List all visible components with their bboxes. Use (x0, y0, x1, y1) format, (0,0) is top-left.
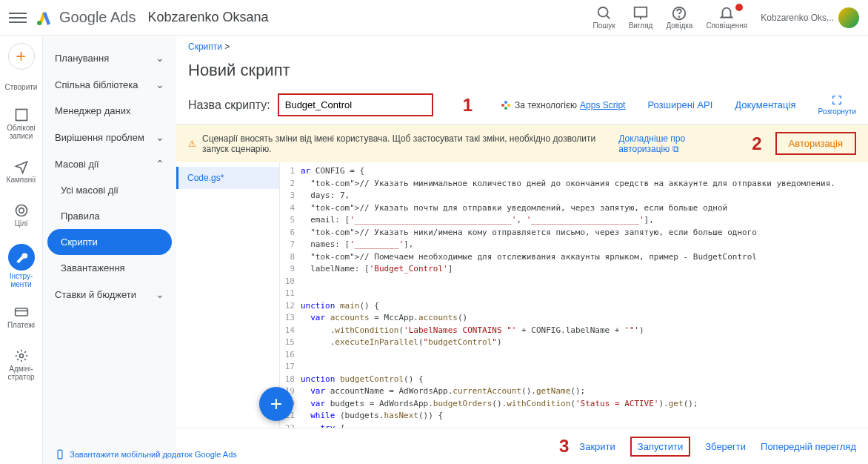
apps-script-icon (500, 99, 512, 111)
expand-button[interactable]: Розгорнути (818, 94, 856, 116)
campaigns-icon (14, 159, 29, 174)
warning-text: Сценарії вносять зміни від імені користу… (202, 133, 612, 154)
nav-rail: + Створити Облікові записи Кампанії Цілі… (0, 36, 43, 464)
rail-campaigns[interactable]: Кампанії (0, 156, 42, 187)
goals-icon (14, 203, 29, 218)
svg-point-0 (37, 21, 41, 25)
breadcrumb-link[interactable]: Скрипти (188, 42, 222, 52)
rail-payments[interactable]: Платежі (0, 302, 42, 332)
chevron-down-icon: ⌄ (156, 79, 164, 90)
svg-rect-17 (58, 450, 62, 459)
logo-text: Google Ads (59, 9, 136, 26)
rail-admin[interactable]: Адміні-стратор (0, 345, 42, 384)
code-editor[interactable]: 1ar CONFIG = {2 "tok-com">// Указать мин… (280, 162, 868, 428)
sidebar-rules[interactable]: Правила (47, 203, 172, 229)
tech-label: За технологією Apps Script (500, 99, 625, 111)
sidebar-bids[interactable]: Ставки й бюджети⌄ (47, 281, 172, 308)
rail-tools[interactable]: Інстру-менти (0, 244, 42, 288)
script-name-label: Назва скрипту: (188, 99, 270, 112)
notification-dot-icon (735, 4, 743, 11)
google-ads-icon (36, 9, 53, 27)
mobile-app-link[interactable]: Завантажити мобільний додаток Google Ads (55, 449, 237, 460)
payments-icon (14, 305, 29, 319)
sidebar-data-manager[interactable]: Менеджер даних (47, 98, 172, 124)
warning-link[interactable]: Докладніше про авторизацію ⧉ (618, 133, 732, 154)
svg-point-15 (507, 104, 510, 107)
files-panel: Code.gs* (176, 162, 280, 428)
sidebar-scripts[interactable]: Скрипти (47, 229, 172, 255)
svg-rect-3 (635, 7, 647, 17)
preview-button[interactable]: Попередній перегляд (761, 441, 856, 452)
account-name[interactable]: Kobzarenko Oksana (147, 10, 268, 25)
svg-point-8 (16, 205, 27, 216)
logo[interactable]: Google Ads (36, 9, 136, 27)
chevron-down-icon: ⌄ (156, 288, 164, 300)
annotation-3: 3 (559, 436, 569, 457)
tools-icon (14, 250, 29, 265)
authorize-button[interactable]: Авторизація (775, 132, 856, 155)
sidebar-bulk[interactable]: Масові дії⌃ (47, 150, 172, 177)
close-button[interactable]: Закрити (579, 441, 615, 452)
svg-point-6 (679, 16, 680, 17)
search-icon (596, 5, 612, 21)
appearance-button[interactable]: Вигляд (629, 5, 653, 30)
rail-accounts[interactable]: Облікові записи (0, 105, 42, 143)
name-row: Назва скрипту: 1 За технологією Apps Scr… (176, 89, 868, 125)
breadcrumb: Скрипти > (176, 36, 868, 58)
expand-icon (831, 94, 843, 106)
mobile-icon (55, 449, 65, 460)
help-button[interactable]: Довідка (666, 5, 692, 30)
sidebar-planning[interactable]: Планування⌄ (47, 44, 172, 71)
script-name-input[interactable] (278, 93, 433, 116)
bell-icon (718, 5, 735, 21)
sidebar-shared[interactable]: Спільна бібліотека⌄ (47, 71, 172, 98)
help-icon (671, 5, 687, 21)
warning-bar: ⚠ Сценарії вносять зміни від імені корис… (176, 125, 868, 162)
sidebar-uploads[interactable]: Завантаження (47, 255, 172, 281)
svg-point-9 (19, 208, 24, 213)
apps-script-link[interactable]: Apps Script (580, 100, 625, 110)
appearance-icon (632, 5, 649, 21)
hamburger-icon[interactable] (9, 9, 27, 27)
run-button[interactable]: Запустити (630, 437, 690, 457)
accounts-icon (14, 107, 29, 122)
warning-icon: ⚠ (188, 139, 196, 149)
svg-point-14 (504, 101, 507, 104)
svg-point-1 (598, 7, 607, 17)
svg-point-12 (19, 354, 23, 358)
svg-line-2 (606, 16, 610, 19)
chevron-down-icon: ⌄ (156, 52, 164, 64)
annotation-1: 1 (463, 95, 473, 116)
sidebar-troubleshoot[interactable]: Вирішення проблем⌄ (47, 124, 172, 150)
svg-point-16 (504, 107, 507, 110)
file-item[interactable]: Code.gs* (176, 167, 279, 189)
sidebar-all-bulk[interactable]: Усі масові дії (47, 177, 172, 203)
svg-point-13 (501, 104, 504, 107)
avatar[interactable] (838, 7, 859, 28)
rail-goals[interactable]: Цілі (0, 200, 42, 231)
docs-link[interactable]: Документація (735, 99, 795, 110)
advanced-api-link[interactable]: Розширені API (647, 99, 712, 110)
search-button[interactable]: Пошук (592, 5, 615, 30)
chevron-down-icon: ⌄ (156, 131, 164, 143)
svg-rect-10 (15, 308, 27, 316)
chevron-up-icon: ⌃ (156, 158, 164, 170)
topbar: Google Ads Kobzarenko Oksana Пошук Вигля… (0, 0, 868, 36)
save-button[interactable]: Зберегти (705, 441, 746, 452)
account-switcher[interactable]: Kobzarenko Oks... (761, 7, 859, 28)
sidebar: Планування⌄ Спільна бібліотека⌄ Менеджер… (43, 36, 176, 464)
svg-rect-7 (16, 110, 27, 121)
notifications-button[interactable]: Сповіщення (706, 5, 747, 30)
create-button[interactable]: + (8, 43, 35, 70)
fab-add-button[interactable]: + (259, 387, 293, 421)
admin-icon (14, 348, 29, 363)
footer: 3 Закрити Запустити Зберегти Попередній … (176, 428, 868, 464)
page-title: Новий скрипт (176, 58, 868, 89)
annotation-2: 2 (752, 133, 761, 154)
